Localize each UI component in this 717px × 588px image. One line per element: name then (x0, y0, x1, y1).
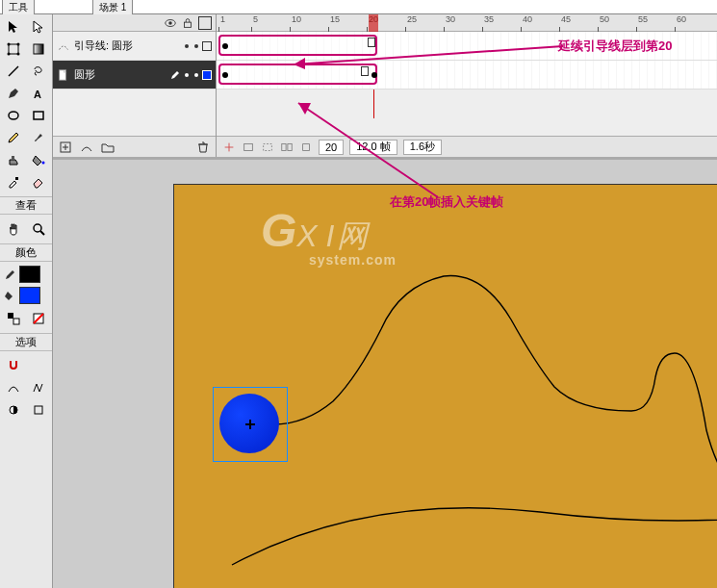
stroke-color-row[interactable] (0, 264, 52, 285)
free-transform-tool[interactable] (2, 38, 25, 60)
option-a[interactable] (2, 399, 25, 421)
pen-tool[interactable] (2, 83, 25, 104)
delete-layer-button[interactable] (194, 140, 212, 155)
svg-rect-29 (288, 143, 292, 150)
svg-point-3 (8, 53, 11, 56)
layer-name: 引导线: 圆形 (74, 38, 181, 53)
straighten-tool[interactable] (2, 377, 25, 398)
svg-line-6 (9, 66, 18, 76)
svg-point-2 (17, 43, 20, 46)
svg-point-8 (9, 112, 18, 119)
tools-grid: A (0, 14, 52, 194)
onion-outline-icon[interactable] (261, 141, 274, 154)
outline-icon[interactable] (198, 16, 212, 30)
frame-ruler[interactable]: 1 5 10 15 20 25 30 35 40 45 50 55 60 (217, 14, 717, 32)
color-section: 颜色 (0, 243, 52, 262)
timeline-panel: 引导线: 圆形 圆形 (53, 14, 717, 157)
stroke-swatch[interactable] (19, 266, 40, 283)
view-section: 查看 (0, 196, 52, 215)
svg-point-11 (41, 162, 44, 165)
pencil-tool[interactable] (2, 127, 25, 148)
svg-rect-5 (34, 44, 43, 54)
fill-color-row[interactable] (0, 285, 52, 306)
page-layer-icon (57, 68, 70, 82)
oval-tool[interactable] (2, 105, 25, 126)
svg-rect-16 (13, 319, 19, 324)
svg-rect-0 (9, 44, 18, 54)
frame-row-guide[interactable] (217, 32, 717, 61)
onion-markers-icon[interactable] (299, 141, 313, 154)
layer-list: 引导线: 圆形 圆形 (53, 14, 217, 157)
selection-tool[interactable] (2, 16, 25, 38)
add-folder-button[interactable] (99, 140, 116, 155)
timeline-status: 20 12.0 帧 1.6秒 (217, 136, 717, 157)
svg-rect-27 (264, 143, 272, 150)
swap-colors[interactable] (2, 308, 25, 329)
svg-rect-15 (8, 313, 13, 319)
svg-rect-10 (12, 156, 14, 160)
frames-area[interactable]: 1 5 10 15 20 25 30 35 40 45 50 55 60 (217, 14, 717, 157)
options-section: 选项 (0, 333, 52, 351)
scene-tab[interactable]: 场景 1 (92, 0, 133, 15)
pencil-icon (4, 268, 17, 281)
lasso-tool[interactable] (27, 61, 50, 82)
pencil-icon (169, 69, 181, 81)
add-layer-button[interactable] (57, 140, 74, 155)
svg-rect-20 (35, 406, 42, 414)
layer-row-shape[interactable]: 圆形 (53, 61, 216, 89)
svg-text:A: A (34, 89, 41, 100)
gradient-transform-tool[interactable] (27, 38, 50, 60)
subselect-tool[interactable] (27, 16, 50, 38)
paint-bucket-tool[interactable] (27, 149, 50, 170)
time-field: 1.6秒 (403, 140, 442, 155)
no-color[interactable] (27, 308, 50, 329)
stage[interactable]: GX I 网 system.com (173, 184, 717, 588)
bucket-icon (4, 289, 17, 302)
playhead[interactable] (369, 14, 378, 32)
svg-rect-12 (15, 177, 18, 180)
fill-swatch[interactable] (19, 287, 40, 304)
ink-bottle-tool[interactable] (2, 149, 25, 170)
svg-point-1 (8, 43, 11, 46)
guide-layer-icon (57, 39, 70, 53)
fps-field: 12.0 帧 (349, 140, 397, 155)
svg-line-14 (40, 231, 44, 235)
lock-icon[interactable] (181, 16, 194, 30)
svg-rect-23 (185, 22, 192, 27)
svg-rect-28 (282, 143, 286, 150)
layer-row-guide[interactable]: 引导线: 圆形 (53, 32, 216, 61)
stage-area[interactable]: GX I 网 system.com (53, 157, 717, 588)
registration-point-icon (245, 420, 255, 429)
center-frame-icon[interactable] (222, 141, 236, 154)
hand-tool[interactable] (2, 218, 25, 240)
layer-name: 圆形 (74, 67, 166, 82)
onion-skin-icon[interactable] (242, 141, 255, 154)
eraser-tool[interactable] (27, 171, 50, 192)
tools-title: 工具 (2, 0, 35, 15)
eye-icon[interactable] (164, 16, 177, 30)
smooth-tool[interactable] (27, 355, 50, 376)
svg-point-22 (168, 21, 172, 25)
rectangle-tool[interactable] (27, 105, 50, 126)
svg-point-13 (34, 224, 41, 232)
frame-row-shape[interactable] (217, 61, 717, 89)
brush-tool[interactable] (27, 127, 50, 148)
add-guide-button[interactable] (78, 140, 95, 155)
current-frame-field: 20 (319, 140, 344, 155)
eyedropper-tool[interactable] (2, 171, 25, 192)
svg-rect-9 (34, 112, 43, 119)
edit-multiple-icon[interactable] (280, 141, 294, 154)
line-tool[interactable] (2, 61, 25, 82)
svg-rect-26 (244, 143, 253, 150)
snap-tool[interactable] (2, 355, 25, 376)
zoom-tool[interactable] (27, 218, 50, 240)
tools-panel: A 查看 颜色 选项 (0, 14, 53, 588)
option-b[interactable] (27, 399, 50, 421)
selection-bounds[interactable] (213, 387, 288, 462)
text-tool[interactable]: A (27, 83, 50, 104)
rotate-tool[interactable] (27, 377, 50, 398)
svg-point-4 (17, 53, 20, 56)
